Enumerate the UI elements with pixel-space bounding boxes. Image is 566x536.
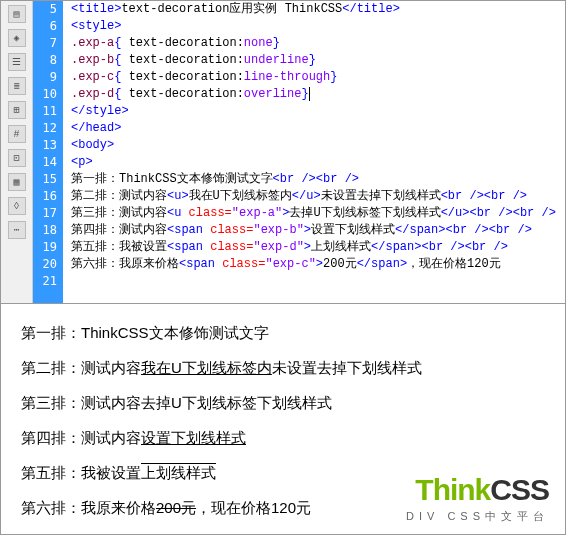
preview-row-1: 第一排：ThinkCSS文本修饰测试文字	[21, 322, 545, 343]
code-line: <body>	[71, 137, 565, 154]
no-decoration-text: 去掉U下划线标签下划线样式	[141, 394, 332, 411]
line-number: 18	[33, 222, 57, 239]
line-number: 20	[33, 256, 57, 273]
line-number: 5	[33, 1, 57, 18]
line-number: 16	[33, 188, 57, 205]
preview-row-3: 第三排：测试内容去掉U下划线标签下划线样式	[21, 392, 545, 413]
code-line: 第五排：我被设置<span class="exp-d">上划线样式</span>…	[71, 239, 565, 256]
line-number: 12	[33, 120, 57, 137]
thinkcss-logo: ThinkCSS DIV CSS中文平台	[406, 469, 549, 524]
logo-css: CSS	[490, 473, 549, 506]
tool-icon[interactable]: ⊡	[8, 149, 26, 167]
tool-icon[interactable]: ☰	[8, 53, 26, 71]
line-number: 10	[33, 86, 57, 103]
code-line: </style>	[71, 103, 565, 120]
logo-think: Think	[415, 473, 490, 506]
code-text-area[interactable]: <title>text-decoration应用实例 ThinkCSS</tit…	[63, 1, 565, 303]
code-line: .exp-a{ text-decoration:none}	[71, 35, 565, 52]
code-line: 第一排：ThinkCSS文本修饰测试文字<br /><br />	[71, 171, 565, 188]
code-line: 第六排：我原来价格<span class="exp-c">200元</span>…	[71, 256, 565, 273]
code-line: 第四排：测试内容<span class="exp-b">设置下划线样式</spa…	[71, 222, 565, 239]
tool-icon[interactable]: ≣	[8, 77, 26, 95]
line-number: 14	[33, 154, 57, 171]
code-line: <p>	[71, 154, 565, 171]
line-through-text: 200元	[156, 499, 196, 516]
tool-icon[interactable]: #	[8, 125, 26, 143]
line-number: 6	[33, 18, 57, 35]
line-number: 15	[33, 171, 57, 188]
line-number-gutter: 5 6 7 8 9 10 11 12 13 14 15 16 17 18 19 …	[33, 1, 63, 303]
line-number: 19	[33, 239, 57, 256]
code-editor-pane: ▤ ◈ ☰ ≣ ⊞ # ⊡ ▦ ◊ ⋯ 5 6 7 8 9 10 11 12 1…	[1, 1, 565, 304]
editor-window: ▤ ◈ ☰ ≣ ⊞ # ⊡ ▦ ◊ ⋯ 5 6 7 8 9 10 11 12 1…	[0, 0, 566, 535]
line-number: 8	[33, 52, 57, 69]
line-number: 13	[33, 137, 57, 154]
code-line: <style>	[71, 18, 565, 35]
code-line: .exp-c{ text-decoration:line-through}	[71, 69, 565, 86]
tool-icon[interactable]: ⊞	[8, 101, 26, 119]
line-number: 11	[33, 103, 57, 120]
line-number: 21	[33, 273, 57, 290]
tool-icon[interactable]: ▦	[8, 173, 26, 191]
code-line: <title>text-decoration应用实例 ThinkCSS</tit…	[71, 1, 565, 18]
code-line: 第二排：测试内容<u>我在U下划线标签内</u>未设置去掉下划线样式<br />…	[71, 188, 565, 205]
logo-subtitle: DIV CSS中文平台	[406, 509, 549, 524]
code-line: .exp-b{ text-decoration:underline}	[71, 52, 565, 69]
line-number: 7	[33, 35, 57, 52]
tool-icon[interactable]: ⋯	[8, 221, 26, 239]
tool-icon[interactable]: ◊	[8, 197, 26, 215]
code-line: .exp-d{ text-decoration:overline}	[71, 86, 565, 103]
line-number: 9	[33, 69, 57, 86]
underline-text: 设置下划线样式	[141, 429, 246, 446]
code-line: 第三排：测试内容<u class="exp-a">去掉U下划线标签下划线样式</…	[71, 205, 565, 222]
preview-row-4: 第四排：测试内容设置下划线样式	[21, 427, 545, 448]
line-number: 17	[33, 205, 57, 222]
tool-icon[interactable]: ◈	[8, 29, 26, 47]
preview-row-2: 第二排：测试内容我在U下划线标签内未设置去掉下划线样式	[21, 357, 545, 378]
editor-toolbar: ▤ ◈ ☰ ≣ ⊞ # ⊡ ▦ ◊ ⋯	[1, 1, 33, 303]
browser-preview-pane: 第一排：ThinkCSS文本修饰测试文字 第二排：测试内容我在U下划线标签内未设…	[1, 304, 565, 534]
underline-text: 我在U下划线标签内	[141, 359, 272, 376]
overline-text: 上划线样式	[141, 464, 216, 481]
tool-icon[interactable]: ▤	[8, 5, 26, 23]
code-line: </head>	[71, 120, 565, 137]
